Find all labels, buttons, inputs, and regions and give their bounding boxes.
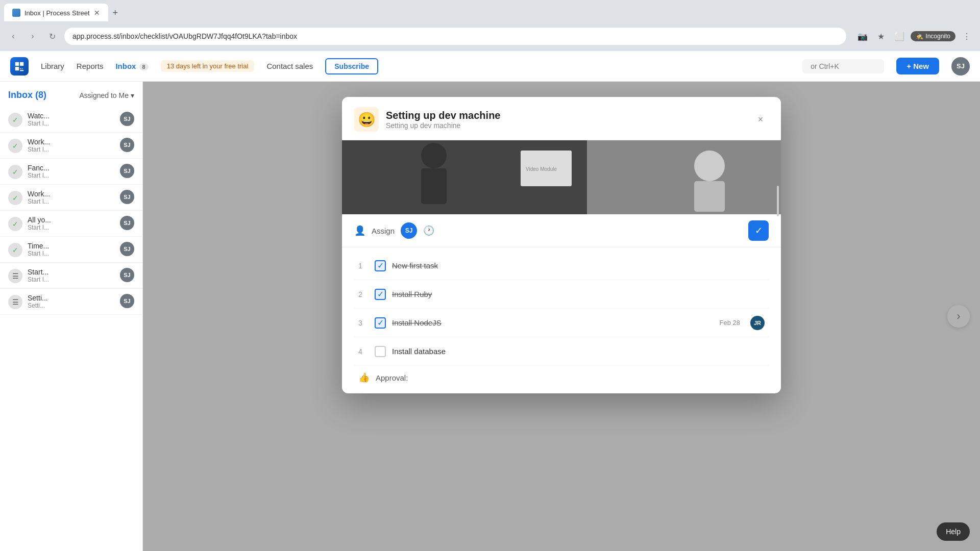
list-icon: ☰ xyxy=(8,295,22,309)
browser-actions: 📷 ★ ⬜ 🕵 Incognito ⋮ xyxy=(855,29,974,43)
chevron-down-icon: ▾ xyxy=(131,91,134,99)
svg-text:Video Module: Video Module xyxy=(526,166,557,172)
bookmark-icon[interactable]: ★ xyxy=(874,29,888,43)
item-sub: Start I... xyxy=(28,172,115,179)
active-tab[interactable]: Inbox | Process Street ✕ xyxy=(4,4,108,22)
item-title: All yo... xyxy=(28,216,115,224)
svg-rect-2 xyxy=(587,140,781,214)
check-icon: ✓ xyxy=(8,165,22,179)
svg-rect-8 xyxy=(694,181,725,212)
assign-button[interactable]: Assign xyxy=(372,227,395,235)
user-avatar[interactable]: SJ xyxy=(951,57,970,76)
list-item[interactable]: ✓ Time... Start I... SJ xyxy=(0,237,142,263)
tab-close-button[interactable]: ✕ xyxy=(94,9,100,17)
tab-favicon xyxy=(12,9,20,17)
item-title: Work... xyxy=(28,190,115,198)
item-sub: Start I... xyxy=(28,250,115,257)
svg-point-3 xyxy=(421,143,447,168)
item-title: Fanc... xyxy=(28,164,115,172)
refresh-button[interactable]: ↻ xyxy=(45,29,59,43)
avatar: SJ xyxy=(120,294,134,308)
item-sub: Setti... xyxy=(28,302,115,309)
inbox-badge: 8 xyxy=(139,63,149,70)
task-checkbox[interactable]: ✓ xyxy=(375,289,386,300)
sidebar-filter[interactable]: Assigned to Me ▾ xyxy=(80,91,135,99)
browser-chrome: Inbox | Process Street ✕ + ‹ › ↻ 📷 ★ ⬜ 🕵… xyxy=(0,0,980,51)
camera-off-icon[interactable]: 📷 xyxy=(855,29,870,43)
list-item[interactable]: ✓ All yo... Start I... SJ xyxy=(0,211,142,237)
check-icon: ✓ xyxy=(8,217,22,231)
item-title: Start... xyxy=(28,268,115,276)
library-nav[interactable]: Library xyxy=(41,62,64,70)
menu-button[interactable]: ⋮ xyxy=(960,29,974,43)
task-due-date: Feb 28 xyxy=(720,319,740,327)
item-sub: Start I... xyxy=(28,276,115,283)
table-row: 2 ✓ Install Ruby xyxy=(354,280,769,309)
contact-sales-nav[interactable]: Contact sales xyxy=(266,62,313,70)
incognito-badge: 🕵 Incognito xyxy=(911,31,955,41)
list-item[interactable]: ☰ Start... Start I... SJ xyxy=(0,263,142,289)
subscribe-button[interactable]: Subscribe xyxy=(325,58,378,74)
task-number: 4 xyxy=(358,347,369,356)
avatar: SJ xyxy=(120,242,134,256)
task-number: 2 xyxy=(358,290,369,298)
complete-button[interactable]: ✓ xyxy=(748,220,769,241)
back-button[interactable]: ‹ xyxy=(6,29,20,43)
list-item[interactable]: ✓ Watc... Start I... SJ xyxy=(0,107,142,133)
avatar: SJ xyxy=(120,164,134,178)
search-input[interactable] xyxy=(802,59,884,73)
item-title: Time... xyxy=(28,242,115,250)
task-label: Install NodeJS xyxy=(392,318,550,327)
item-title: Setti... xyxy=(28,294,115,302)
list-item[interactable]: ☰ Setti... Setti... SJ xyxy=(0,289,142,315)
tab-title: Inbox | Process Street xyxy=(24,9,90,17)
new-button[interactable]: + New xyxy=(896,58,939,74)
task-checkbox[interactable] xyxy=(375,346,386,357)
item-sub: Start I... xyxy=(28,146,115,153)
avatar: SJ xyxy=(120,190,134,204)
help-button[interactable]: Help xyxy=(937,522,970,541)
svg-point-7 xyxy=(694,151,725,181)
item-sub: Start I... xyxy=(28,120,115,127)
assign-avatar[interactable]: SJ xyxy=(401,222,417,239)
approval-label: Approval: xyxy=(376,373,408,382)
table-row: 1 ✓ New first task xyxy=(354,252,769,280)
clock-icon[interactable]: 🕐 xyxy=(423,225,434,236)
check-icon: ✓ xyxy=(8,113,22,127)
list-item[interactable]: ✓ Fanc... Start I... SJ xyxy=(0,159,142,185)
address-bar: ‹ › ↻ 📷 ★ ⬜ 🕵 Incognito ⋮ xyxy=(0,21,980,51)
top-nav: Library Reports Inbox 8 13 days left in … xyxy=(0,51,980,82)
approval-section: 👍 Approval: xyxy=(354,366,769,389)
check-icon: ✓ xyxy=(8,139,22,153)
avatar: SJ xyxy=(120,216,134,230)
task-assignee-avatar: JR xyxy=(750,316,765,330)
address-input[interactable] xyxy=(64,28,846,45)
task-checkbox[interactable]: ✓ xyxy=(375,260,386,271)
task-checkbox[interactable]: ✓ xyxy=(375,317,386,329)
new-tab-button[interactable]: + xyxy=(108,6,122,20)
inbox-nav[interactable]: Inbox 8 xyxy=(115,62,148,70)
task-number: 1 xyxy=(358,262,369,270)
list-icon: ☰ xyxy=(8,269,22,283)
modal-emoji: 😀 xyxy=(354,107,379,132)
svg-rect-4 xyxy=(421,168,447,204)
extensions-icon[interactable]: ⬜ xyxy=(892,29,906,43)
list-item[interactable]: ✓ Work... Start I... SJ xyxy=(0,133,142,159)
list-item[interactable]: ✓ Work... Start I... SJ xyxy=(0,185,142,211)
modal-title-group: Setting up dev machine Setting up dev ma… xyxy=(386,110,745,130)
modal-scrollbar[interactable] xyxy=(777,186,779,216)
task-label: New first task xyxy=(392,261,765,270)
forward-button[interactable]: › xyxy=(26,29,40,43)
item-sub: Start I... xyxy=(28,224,115,231)
trial-banner: 13 days left in your free trial xyxy=(161,60,255,72)
app-logo xyxy=(10,57,29,76)
modal-close-button[interactable]: × xyxy=(752,111,769,128)
reports-nav[interactable]: Reports xyxy=(77,62,104,70)
item-sub: Start I... xyxy=(28,198,115,205)
sidebar: Inbox (8) Assigned to Me ▾ ✓ Watc... Sta… xyxy=(0,82,143,551)
task-list: 1 ✓ New first task 2 ✓ Install Ruby 3 ✓ xyxy=(342,247,781,393)
item-title: Work... xyxy=(28,138,115,146)
check-icon: ✓ xyxy=(8,191,22,205)
task-label: Install Ruby xyxy=(392,290,765,298)
app-layout: Library Reports Inbox 8 13 days left in … xyxy=(0,51,980,551)
